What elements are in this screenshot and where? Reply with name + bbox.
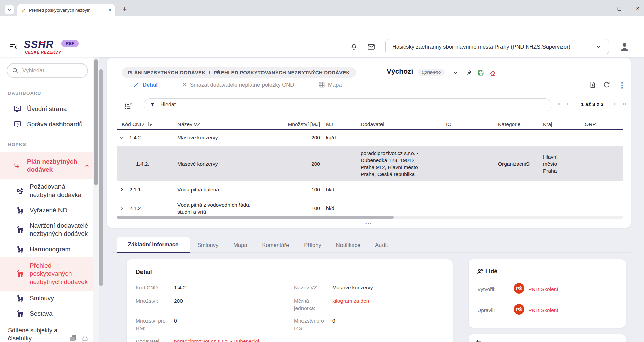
expand-row-button[interactable]: [117, 187, 127, 193]
sidebar-item-pozadovana-nd[interactable]: Požadovaná nezbytná dodávka: [0, 179, 93, 203]
detail-panel-title: Detail: [136, 269, 444, 276]
table-row[interactable]: 2.1.2. Voda pitná z vodovodních řádů, st…: [117, 198, 623, 218]
table-row-selected[interactable]: 1.4.2. Masové konzervy 200 poradciproziv…: [117, 146, 623, 181]
user-avatar[interactable]: [619, 41, 630, 52]
table-search[interactable]: [144, 98, 551, 111]
collapse-row-button[interactable]: [117, 135, 127, 141]
pagination-prev-button[interactable]: ‹: [567, 100, 569, 108]
created-by-avatar[interactable]: PŠ: [514, 283, 524, 294]
breadcrumb-parent[interactable]: PLÁN NEZBYTNÝCH DODÁVEK: [128, 70, 205, 75]
expand-row-button[interactable]: [117, 205, 127, 211]
pin-view-button[interactable]: [465, 69, 472, 76]
chevron-up-icon: [84, 163, 90, 169]
copy-icon[interactable]: [69, 334, 77, 342]
cell-kategorie: OrganizacniSlo: [483, 160, 530, 167]
cell-kod: 2.1.2.: [127, 205, 175, 212]
tab-zakladni-informace[interactable]: Základní informace: [117, 237, 190, 253]
sidebar-item-harmonogram[interactable]: Harmonogram: [0, 242, 93, 257]
eraser-icon: [489, 69, 496, 76]
notifications-button[interactable]: [350, 42, 358, 51]
handcart-icon: [16, 270, 24, 278]
new-tab-button[interactable]: +: [120, 5, 130, 15]
view-dropdown-button[interactable]: [452, 69, 459, 76]
sidebar-item-sprava-dashboardu[interactable]: Správa dashboardů: [0, 117, 93, 132]
tab-mapa[interactable]: Mapa: [226, 242, 254, 248]
clear-view-button[interactable]: [489, 69, 496, 76]
sidebar-item-navrzeni-dodavatele[interactable]: Navržení dodavatelé nezbytných dodávek: [0, 218, 93, 242]
tab-search-caret-button[interactable]: [5, 5, 14, 14]
more-options-button[interactable]: ⋮: [618, 81, 626, 90]
table-search-input[interactable]: [160, 102, 295, 108]
dodavatel-link[interactable]: poradciprozivot.cz s.r.o. - Dubenecká: [174, 338, 260, 342]
sidebar-item-uvodni-strana[interactable]: Úvodní strana: [0, 101, 93, 117]
table-horizontal-scrollbar-thumb[interactable]: [117, 216, 394, 219]
sidebar-collapse-button[interactable]: [9, 42, 19, 51]
column-header-orp[interactable]: ORP: [564, 121, 623, 127]
mapa-button-label: Mapa: [328, 82, 342, 88]
people-panel: Lidé Vytvořil: PŠ PND Školení Upravil: P…: [469, 259, 626, 328]
tab-notifikace[interactable]: Notifikace: [329, 242, 368, 248]
column-header-nazev-vz[interactable]: Název VZ: [175, 121, 281, 127]
merna-jednotka-link[interactable]: kilogram za den: [332, 297, 369, 312]
sort-ascending-icon[interactable]: [147, 121, 153, 127]
pagination-last-button[interactable]: »: [622, 100, 626, 108]
column-header-ic[interactable]: IČ: [429, 121, 483, 127]
app-logo[interactable]: SSHR: [24, 39, 54, 51]
window-close-button[interactable]: ✕: [633, 3, 643, 13]
mapa-button[interactable]: Mapa: [318, 81, 342, 88]
tab-komentare[interactable]: Komentáře: [255, 242, 297, 248]
cell-mnozstvi: 100: [281, 187, 320, 193]
updated-by-link[interactable]: PND Školení: [528, 307, 558, 313]
column-header-kraj[interactable]: Kraj: [530, 121, 564, 127]
chevron-right-icon: [119, 205, 125, 211]
delete-invalid-cnd-button[interactable]: ✕ Smazat dodavatele neplatné položky CND: [182, 81, 294, 88]
save-view-button[interactable]: [477, 69, 484, 76]
refresh-icon: [603, 81, 610, 88]
sidebar-footer-label: Sdílené subjekty a číselníky: [8, 326, 65, 342]
pagination-next-button[interactable]: ›: [613, 100, 615, 108]
sidebar-item-prehled-poskytovanych-nd[interactable]: Přehled poskytovaných nezbytných dodávek: [0, 257, 93, 291]
refresh-button[interactable]: [603, 81, 610, 88]
sidebar-item-vyrazene-nd[interactable]: Vyřazené ND: [0, 203, 93, 218]
sidebar-item-plan-nezbytnych-dodavek[interactable]: Plán nezbytných dodávek: [0, 152, 93, 179]
tab-title: Přehled poskytovaných nezbytn: [29, 8, 105, 13]
pagination-first-button[interactable]: «: [557, 100, 561, 108]
table-horizontal-scrollbar[interactable]: [117, 216, 623, 219]
sidebar-scrollbar-thumb[interactable]: [94, 59, 98, 185]
messages-button[interactable]: [367, 43, 375, 51]
detail-button[interactable]: Detail: [133, 82, 158, 88]
column-header-mnozstvi[interactable]: Množství [MJ]: [281, 121, 320, 127]
export-button[interactable]: [589, 81, 596, 88]
sidebar-item-sestava[interactable]: Sestava: [0, 306, 93, 322]
sidebar-search[interactable]: [7, 63, 88, 78]
tab-smlouvy[interactable]: Smlouvy: [190, 242, 226, 248]
column-header-kod-cnd[interactable]: Kód CND: [117, 121, 175, 127]
table-row[interactable]: 1.4.2. Masové konzervy 200 kg/d: [117, 130, 623, 146]
sidebar-item-label: Požadovaná nezbytná dodávka: [30, 183, 90, 199]
tab-close-button[interactable]: ✕: [108, 7, 112, 13]
sidebar-section-hopks: HOPKS: [8, 142, 93, 147]
column-header-dodavatel[interactable]: Dodavatel: [352, 121, 429, 127]
tab-audit[interactable]: Audit: [368, 242, 395, 248]
created-by-link[interactable]: PND Školení: [528, 286, 558, 292]
sidebar-item-smlouvy[interactable]: Smlouvy: [0, 291, 93, 306]
tab-prilohy[interactable]: Přílohy: [296, 242, 328, 248]
lock-icon[interactable]: [81, 334, 89, 342]
expand-panel-handle[interactable]: ⋯: [107, 219, 631, 227]
context-selector-dropdown[interactable]: Hasičský záchranný sbor hlavního města P…: [385, 39, 609, 54]
column-settings-button[interactable]: [124, 102, 133, 111]
window-minimize-button[interactable]: —: [594, 3, 604, 13]
main-scrollbar[interactable]: [99, 69, 103, 286]
cell-mj: hl/d: [320, 187, 352, 193]
sidebar-scrollbar[interactable]: [93, 57, 99, 342]
window-maximize-button[interactable]: ▢: [614, 3, 625, 13]
column-header-mj[interactable]: MJ: [320, 121, 352, 127]
view-profile-name[interactable]: Výchozí: [387, 67, 413, 75]
sidebar-item-label: Správa dashboardů: [27, 120, 90, 128]
table-row[interactable]: 2.1.1. Voda pitná balená 100 hl/d: [117, 181, 623, 198]
app-header: SSHR ČESKÉ REZERVY REF Hasičský záchrann…: [0, 36, 644, 57]
column-header-kategorie[interactable]: Kategorie: [483, 121, 530, 127]
updated-by-avatar[interactable]: PŠ: [514, 304, 524, 315]
sidebar-search-input[interactable]: [22, 67, 73, 74]
browser-tab[interactable]: Přehled poskytovaných nezbytn ✕: [17, 4, 115, 16]
